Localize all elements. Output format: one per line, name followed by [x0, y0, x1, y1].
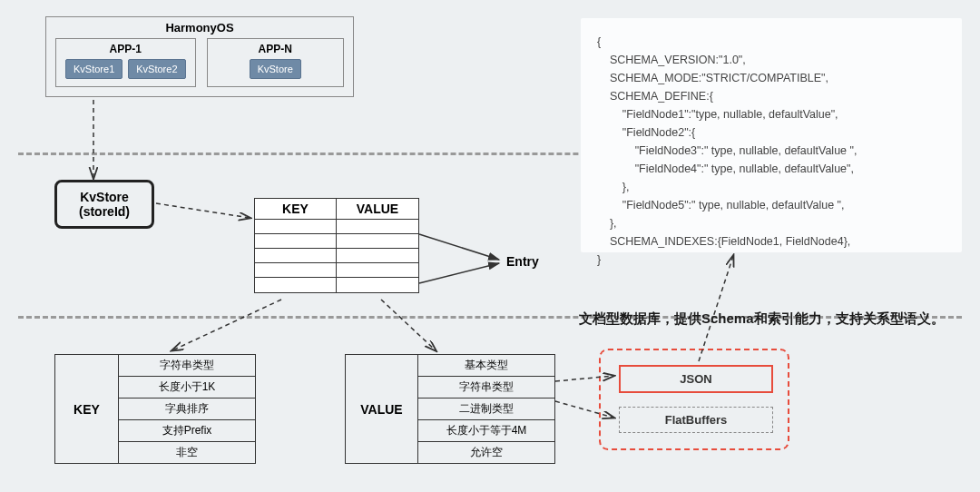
key-row: 支持Prefix: [119, 420, 255, 442]
svg-line-3: [419, 263, 499, 283]
value-detail-box: VALUE 基本类型 字符串类型 二进制类型 长度小于等于4M 允许空: [345, 354, 555, 464]
kvstore-chip: KvStore: [250, 59, 301, 79]
value-row: 字符串类型: [418, 377, 554, 399]
format-json: JSON: [619, 365, 773, 393]
kvstore-row: KvStore: [217, 59, 335, 79]
value-row: 二进制类型: [418, 399, 554, 420]
format-flatbuffers: FlatBuffers: [619, 407, 773, 433]
key-row: 字符串类型: [119, 355, 255, 377]
app-box-n: APP-N KvStore: [207, 38, 345, 87]
kv-table: KEY VALUE: [254, 198, 419, 293]
key-detail-rows: 字符串类型 长度小于1K 字典排序 支持Prefix 非空: [119, 355, 255, 463]
apps-row: APP-1 KvStore1 KvStore2 APP-N KvStore: [55, 38, 344, 87]
harmony-os-title: HarmonyOS: [55, 21, 344, 34]
kv-table-header: KEY VALUE: [255, 199, 418, 220]
kvstore-row: KvStore1 KvStore2: [65, 59, 186, 79]
key-row: 字典排序: [119, 399, 255, 420]
kvstore-main-node: KvStore (storeId): [54, 180, 154, 229]
svg-line-8: [699, 256, 733, 361]
kvstore-main-label: KvStore: [64, 190, 144, 204]
format-container: JSON FlatBuffers: [599, 349, 789, 450]
svg-line-2: [419, 234, 499, 260]
key-row: 长度小于1K: [119, 377, 255, 399]
kv-header-key: KEY: [255, 199, 337, 220]
kvstore-main-storeid: (storeId): [64, 204, 144, 219]
key-detail-box: KEY 字符串类型 长度小于1K 字典排序 支持Prefix 非空: [54, 354, 256, 464]
svg-line-5: [381, 300, 436, 350]
value-row: 长度小于等于4M: [418, 420, 554, 442]
annotation-text: 文档型数据库，提供Schema和索引能力，支持关系型语义。: [579, 310, 945, 328]
key-label: KEY: [55, 355, 119, 463]
svg-line-4: [172, 300, 281, 350]
app-box-1: APP-1 KvStore1 KvStore2: [55, 38, 196, 87]
kv-header-value: VALUE: [337, 199, 418, 220]
app-title: APP-1: [65, 43, 186, 55]
harmony-os-container: HarmonyOS APP-1 KvStore1 KvStore2 APP-N …: [45, 16, 354, 97]
schema-panel: { SCHEMA_VERSION:"1.0", SCHEMA_MODE:"STR…: [581, 18, 962, 252]
entry-label: Entry: [506, 254, 539, 269]
app-title: APP-N: [217, 43, 335, 55]
kvstore-chip: KvStore2: [128, 59, 185, 79]
key-row: 非空: [119, 442, 255, 463]
value-detail-rows: 基本类型 字符串类型 二进制类型 长度小于等于4M 允许空: [418, 355, 554, 463]
kvstore-chip: KvStore1: [65, 59, 122, 79]
svg-line-1: [156, 203, 250, 218]
value-row: 允许空: [418, 442, 554, 463]
value-label: VALUE: [346, 355, 418, 463]
value-row: 基本类型: [418, 355, 554, 377]
